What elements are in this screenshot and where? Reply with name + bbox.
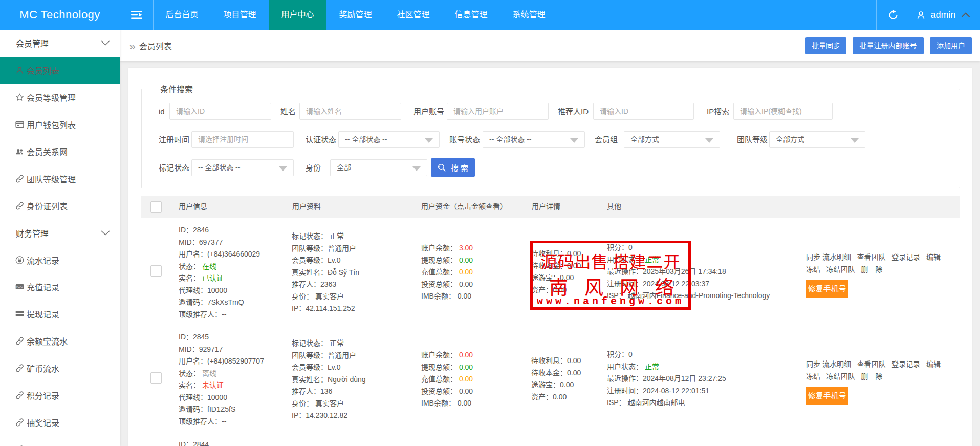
svg-text:PayPal: PayPal (16, 286, 23, 288)
